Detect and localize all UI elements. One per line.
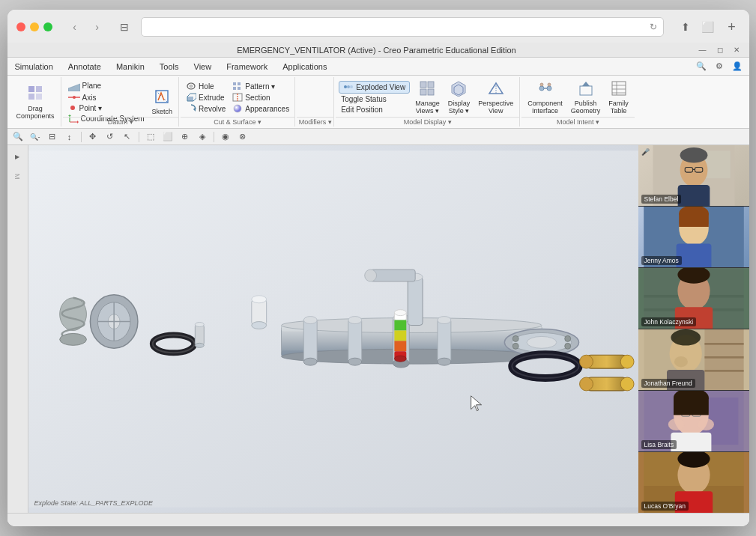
zoom-out-button[interactable]: 🔍-: [28, 130, 43, 144]
svg-point-97: [512, 335, 518, 341]
participant-name-jenny: Jenny Amos: [641, 256, 682, 265]
menu-annotate[interactable]: Annotate: [61, 58, 109, 75]
svg-rect-16: [187, 97, 193, 101]
menu-applications[interactable]: Applications: [275, 58, 334, 75]
revolve-button[interactable]: Revolve: [184, 103, 228, 114]
video-tile-lisa[interactable]: Lisa Braits: [638, 391, 749, 452]
video-tile-lucas[interactable]: Lucas O'Bryan: [638, 452, 749, 513]
svg-rect-2: [28, 94, 34, 100]
video-tile-jonathan[interactable]: Jonathan Freund: [638, 329, 749, 391]
svg-point-146: [668, 418, 684, 430]
axis-button[interactable]: Axis: [66, 93, 147, 103]
restore-win-button[interactable]: ◻: [713, 45, 727, 55]
point-button[interactable]: Point ▾: [66, 103, 147, 113]
zoom-fit-button[interactable]: ⊟: [45, 130, 60, 144]
close-button[interactable]: [16, 22, 25, 31]
publish-geometry-icon: [578, 80, 594, 99]
svg-point-99: [512, 343, 518, 349]
settings-icon[interactable]: ⚙: [712, 59, 727, 74]
status-bar: [7, 513, 749, 526]
svg-rect-133: [704, 370, 743, 372]
address-bar[interactable]: ↻: [141, 17, 664, 37]
browser-top-bar: ‹ › ⊟ ↻ ⬆ ⬜ +: [16, 17, 740, 37]
svg-line-13: [156, 91, 168, 103]
video-tile-john[interactable]: John Kolaczynski: [638, 268, 749, 329]
video-tile-stefan[interactable]: Stefan Elbel 🎤: [638, 145, 749, 207]
spin-center-button[interactable]: ⊗: [235, 130, 250, 144]
hidden-line-button[interactable]: ⬜: [160, 130, 175, 144]
svg-rect-84: [370, 269, 415, 281]
publish-geometry-label: PublishGeometry: [571, 100, 601, 115]
plane-button[interactable]: Plane: [66, 80, 147, 92]
left-panel-label: M: [13, 174, 21, 180]
participant-name-lisa: Lisa Braits: [641, 440, 677, 449]
left-panel-btn-1[interactable]: ▶: [9, 148, 25, 165]
new-tab-button[interactable]: +: [724, 19, 740, 35]
pan-button[interactable]: ✥: [85, 130, 100, 144]
svg-point-25: [234, 105, 241, 112]
section-button[interactable]: Section: [230, 92, 291, 103]
menu-simulation[interactable]: Simulation: [7, 58, 61, 75]
edit-position-button[interactable]: Edit Position: [339, 105, 410, 115]
svg-rect-130: [704, 329, 743, 390]
svg-point-7: [70, 106, 75, 110]
user-icon[interactable]: 👤: [730, 59, 745, 74]
share-button[interactable]: ⬆: [676, 18, 695, 36]
svg-point-71: [303, 317, 317, 324]
exploded-view-button[interactable]: Exploded View: [339, 81, 410, 94]
sidebar-toggle-button[interactable]: ⊟: [114, 18, 135, 36]
menu-view[interactable]: View: [187, 58, 220, 75]
manage-views-button[interactable]: ManageViews ▾: [412, 79, 443, 116]
viewport[interactable]: Explode State: ALL_PARTS_EXPLODE: [28, 145, 638, 513]
exploded-view-label: Exploded View: [356, 83, 405, 91]
menu-framework[interactable]: Framework: [219, 58, 275, 75]
select-button[interactable]: ↖: [120, 130, 135, 144]
modifiers-group-label: Modifiers ▾: [299, 118, 332, 126]
video-tile-jenny[interactable]: Jenny Amos: [638, 207, 749, 268]
forward-button[interactable]: ›: [87, 18, 108, 36]
component-interface-button[interactable]: ComponentInterface: [524, 79, 566, 116]
svg-marker-18: [193, 107, 196, 112]
datum-display-button[interactable]: ◉: [218, 130, 233, 144]
manage-views-label: ManageViews ▾: [415, 100, 440, 115]
left-panel: ▶ M: [7, 145, 28, 513]
tabs-button[interactable]: ⬜: [698, 18, 718, 36]
pattern-button[interactable]: Pattern ▾: [230, 81, 291, 91]
shade-edge-button[interactable]: ◈: [195, 130, 210, 144]
edit-position-label: Edit Position: [341, 106, 383, 114]
publish-geometry-button[interactable]: PublishGeometry: [568, 79, 604, 116]
toggle-status-button[interactable]: Toggle Status: [339, 94, 410, 104]
minimize-win-button[interactable]: —: [695, 45, 710, 55]
hole-button[interactable]: Hole: [184, 81, 228, 91]
cut-surface-group-label: Cut & Surface ▾: [214, 118, 261, 126]
display-style-button[interactable]: DisplayStyle ▾: [445, 79, 474, 116]
rotate-button[interactable]: ↺: [103, 130, 118, 144]
zoom-in-button[interactable]: 🔍: [10, 130, 25, 144]
spring-component: [59, 298, 86, 346]
svg-point-103: [579, 355, 593, 368]
close-win-button[interactable]: ✕: [730, 45, 743, 55]
family-table-button[interactable]: FamilyTable: [605, 79, 632, 116]
zoom-window-button[interactable]: ↕: [62, 130, 77, 144]
back-button[interactable]: ‹: [64, 18, 85, 36]
svg-point-75: [348, 358, 361, 365]
maximize-button[interactable]: [43, 22, 52, 31]
flywheel-component: [90, 295, 138, 348]
svg-point-147: [698, 418, 714, 430]
appearances-button[interactable]: Appearances: [230, 103, 291, 114]
shade-button[interactable]: ⊕: [178, 130, 193, 144]
component-interface-icon: [537, 80, 554, 99]
menu-tools[interactable]: Tools: [152, 58, 187, 75]
svg-rect-0: [28, 86, 34, 92]
search-icon[interactable]: 🔍: [694, 59, 709, 74]
connector-component: [195, 323, 204, 348]
menu-manikin[interactable]: Manikin: [109, 58, 152, 75]
wire-button[interactable]: ⬚: [143, 130, 158, 144]
drag-components-button[interactable]: DragComponents: [13, 79, 58, 125]
svg-rect-31: [420, 89, 426, 95]
extrude-button[interactable]: Extrude: [184, 92, 228, 103]
perspective-view-button[interactable]: PerspectiveView: [475, 79, 516, 116]
pattern-label: Pattern ▾: [245, 82, 275, 91]
minimize-button[interactable]: [30, 22, 39, 31]
svg-point-81: [437, 358, 450, 365]
